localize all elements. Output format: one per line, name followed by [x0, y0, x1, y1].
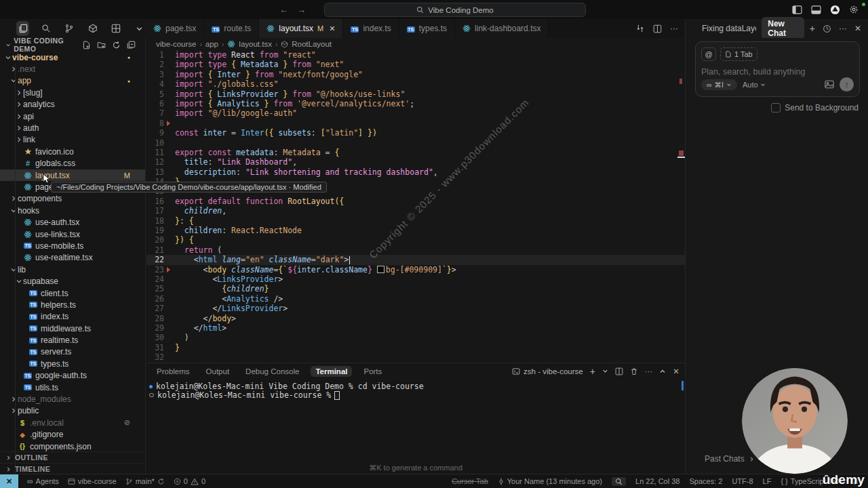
code-line-26[interactable]: 26 <Analytics />	[146, 294, 685, 304]
tree-item-.env.local[interactable]: $.env.local⊘	[0, 417, 145, 428]
code-line-22[interactable]: 22 <html lang="en" className="dark">	[146, 255, 685, 264]
compare-changes-icon[interactable]	[635, 24, 645, 33]
tree-item-use-auth.tsx[interactable]: use-auth.tsx	[0, 216, 145, 228]
code-line-5[interactable]: 5import { LinksProvider } from "@/hooks/…	[146, 89, 685, 99]
chat-input-box[interactable]: @ 1 Tab Plan, search, build anything ∞ ⌘…	[695, 41, 860, 97]
editor-tab-route.ts[interactable]: TSroute.ts	[204, 19, 259, 38]
tree-item-index.ts[interactable]: TSindex.ts	[0, 311, 145, 323]
split-editor-icon[interactable]	[653, 24, 662, 33]
code-line-28[interactable]: 28 </body>	[146, 314, 685, 323]
tree-item-components.json[interactable]: {}components.json	[0, 441, 145, 452]
close-tab-icon[interactable]: ✕	[329, 24, 335, 33]
attach-image-icon[interactable]	[825, 80, 834, 89]
nav-forward-icon[interactable]: →	[297, 5, 306, 15]
extensions-icon[interactable]	[86, 21, 99, 36]
tree-item-use-realtime.tsx[interactable]: use-realtime.tsx	[0, 252, 145, 264]
code-line-18[interactable]: 18}: {	[146, 216, 685, 226]
chat-more-icon[interactable]: ···	[839, 24, 847, 33]
close-panel-icon[interactable]: ✕	[673, 367, 679, 376]
breadcrumb-symbol[interactable]: RootLayout	[292, 40, 332, 48]
panel-more-icon[interactable]: ···	[645, 367, 653, 375]
code-line-19[interactable]: 19 children: React.ReactNode	[146, 226, 685, 235]
editor-more-actions-icon[interactable]: ···	[670, 24, 678, 33]
code-line-24[interactable]: 24 <LinksProvider>	[146, 274, 685, 284]
timeline-section[interactable]: TIMELINE	[0, 463, 145, 474]
tree-item-server.ts[interactable]: TSserver.ts	[0, 346, 145, 358]
code-line-6[interactable]: 6import { Analytics } from '@vercel/anal…	[146, 99, 685, 108]
tree-item-realtime.ts[interactable]: TSrealtime.ts	[0, 334, 145, 346]
search-view-icon[interactable]	[39, 21, 52, 36]
tree-item-layout.tsx[interactable]: layout.tsxM	[0, 169, 145, 181]
cursor-logo-icon[interactable]	[830, 5, 840, 15]
code-line-1[interactable]: 1import type React from "react"	[146, 50, 685, 60]
code-line-32[interactable]: 32	[146, 352, 685, 362]
code-line-2[interactable]: 2import type { Metadata } from "next"	[146, 60, 685, 69]
code-line-12[interactable]: 12 title: "Link Dashboard",	[146, 157, 685, 167]
tree-item-vibe-course[interactable]: vibe-course●	[0, 52, 145, 63]
code-line-11[interactable]: 11export const metadata: Metadata = {	[146, 148, 685, 157]
agent-mode-selector[interactable]: ∞ ⌘I	[701, 79, 737, 90]
editor-tab-index.ts[interactable]: TSindex.ts	[343, 19, 399, 38]
new-terminal-icon[interactable]: +	[590, 366, 595, 377]
breadcrumb[interactable]: vibe-course› app› layout.tsx› RootLayout	[146, 38, 685, 50]
cursor-position-status[interactable]: Ln 22, Col 38	[635, 477, 679, 485]
tree-item-use-mobile.ts[interactable]: TSuse-mobile.ts	[0, 240, 145, 251]
tree-item-app[interactable]: app●	[0, 75, 145, 87]
tree-item-[slug][interactable]: [slug]	[0, 87, 145, 98]
outline-section[interactable]: OUTLINE	[0, 451, 145, 463]
chat-close-icon[interactable]: ✕	[854, 24, 861, 33]
editor-tab-page.tsx[interactable]: page.tsx	[146, 19, 204, 38]
command-center-search[interactable]: Vibe Coding Demo	[324, 3, 586, 17]
send-button[interactable]: ↑	[840, 77, 854, 92]
refresh-explorer-icon[interactable]	[112, 41, 121, 49]
mention-button[interactable]: @	[701, 47, 716, 61]
code-line-8[interactable]: 8	[146, 119, 685, 128]
new-file-icon[interactable]	[82, 41, 91, 49]
editor-tab-layout.tsx[interactable]: layout.tsxM✕	[259, 19, 343, 38]
code-line-4[interactable]: 4import "./globals.css"	[146, 79, 685, 89]
problems-status[interactable]: 0 0	[174, 477, 205, 485]
tree-item-favicon.ico[interactable]: favicon.ico	[0, 146, 145, 157]
kill-terminal-icon[interactable]	[630, 367, 638, 375]
remote-indicator[interactable]: ✕	[0, 474, 18, 488]
tree-item-auth[interactable]: auth	[0, 122, 145, 134]
tree-item-globals.css[interactable]: #globals.css	[0, 158, 145, 169]
tree-item-supabase[interactable]: supabase	[0, 275, 145, 287]
split-terminal-icon[interactable]	[615, 367, 623, 375]
tree-item-client.ts[interactable]: TSclient.ts	[0, 287, 145, 299]
eol-status[interactable]: LF	[763, 477, 772, 485]
code-line-31[interactable]: 31}	[146, 343, 685, 352]
chat-history-icon[interactable]	[823, 24, 831, 33]
code-line-30[interactable]: 30 )	[146, 333, 685, 342]
toggle-sidebar-icon[interactable]	[792, 5, 802, 14]
git-blame-status[interactable]: Your Name (13 minutes ago)	[498, 477, 602, 485]
breadcrumb-folder[interactable]: app	[205, 40, 218, 48]
code-line-23[interactable]: 23 <body className={`${inter.className} …	[146, 265, 685, 274]
editor-tab-link-dashboard.tsx[interactable]: link-dashboard.tsx	[455, 19, 549, 38]
breadcrumb-file[interactable]: layout.tsx	[239, 40, 272, 48]
tree-item-.gitignore[interactable]: ◆.gitignore	[0, 429, 145, 441]
maximize-panel-icon[interactable]	[659, 368, 666, 375]
code-line-21[interactable]: 21 return (	[146, 245, 685, 255]
model-selector[interactable]: Auto	[743, 81, 766, 89]
code-line-29[interactable]: 29 </html>	[146, 323, 685, 333]
add-chat-icon[interactable]: +	[810, 23, 815, 34]
source-control-icon[interactable]	[63, 21, 76, 36]
settings-gear-icon[interactable]	[849, 5, 859, 14]
code-line-7[interactable]: 7import "@/lib/google-auth"	[146, 108, 685, 118]
terminal-dropdown-icon[interactable]	[602, 368, 608, 374]
tree-item-components[interactable]: components	[0, 193, 145, 205]
code-line-27[interactable]: 27 </LinksProvider>	[146, 304, 685, 313]
new-folder-icon[interactable]	[97, 41, 106, 49]
collapse-folders-icon[interactable]	[127, 41, 136, 49]
code-line-25[interactable]: 25 {children}	[146, 284, 685, 293]
panel-tab-debug-console[interactable]: Debug Console	[241, 366, 304, 377]
code-line-9[interactable]: 9const inter = Inter({ subsets: ["latin"…	[146, 128, 685, 138]
tree-item-lib[interactable]: lib	[0, 264, 145, 275]
new-chat-button[interactable]: New Chat	[762, 17, 804, 40]
terminal-instance[interactable]: zsh - vibe-course	[512, 367, 583, 375]
tree-item-google-auth.ts[interactable]: TSgoogle-auth.ts	[0, 370, 145, 382]
tree-item-api[interactable]: api	[0, 110, 145, 122]
tree-item-.next[interactable]: .next	[0, 63, 145, 75]
nav-back-icon[interactable]: ←	[279, 5, 288, 15]
